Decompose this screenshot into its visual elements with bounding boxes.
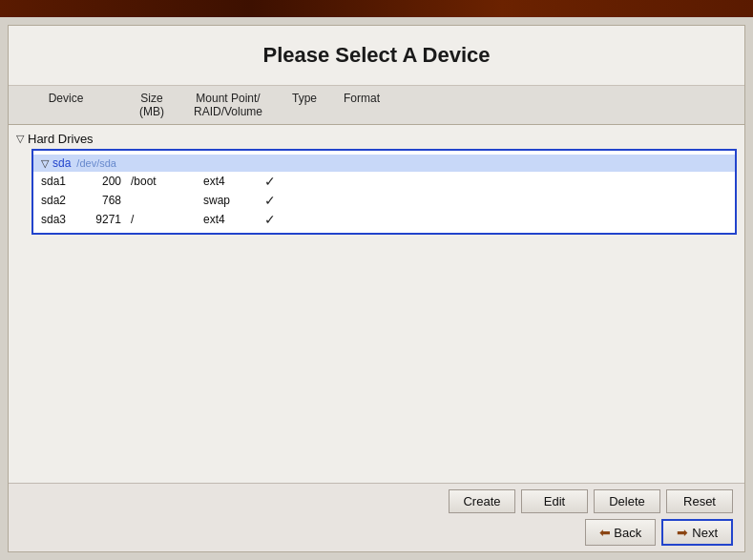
table-body: ▽ Hard Drives ▽ sda /dev/sda sda1 200 /b… [9,125,744,483]
sda-arrow-icon: ▽ [41,157,49,170]
partition-type-sda2: swap [203,194,251,207]
col-header-mount: Mount Point/RAID/Volume [180,90,276,120]
sda-dev: /dev/sda [76,157,116,169]
nav-buttons: ⬅ Back ➡ Next [20,519,733,546]
partition-format-sda3: ✓ [251,212,289,227]
sda-container: ▽ sda /dev/sda sda1 200 /boot ext4 ✓ sda… [31,149,737,235]
bottom-area: Create Edit Delete Reset ⬅ Back ➡ Next [9,483,744,551]
group-label: Hard Drives [28,132,94,146]
col-header-type: Type [276,90,333,120]
reset-button[interactable]: Reset [666,489,733,513]
partition-mount-sda3: / [127,213,203,226]
partition-size-sda2: 768 [89,194,127,207]
partition-format-sda1: ✓ [251,174,289,189]
action-buttons: Create Edit Delete Reset [20,489,733,513]
partition-type-sda3: ext4 [203,213,251,226]
create-button[interactable]: Create [449,489,515,513]
edit-button[interactable]: Edit [521,489,588,513]
sda-row[interactable]: ▽ sda /dev/sda [33,155,735,172]
next-label: Next [692,526,718,540]
next-button[interactable]: ➡ Next [661,519,733,546]
partition-row-sda2[interactable]: sda2 768 swap ✓ [33,191,735,210]
hard-drives-group[interactable]: ▽ Hard Drives [16,129,737,149]
partition-type-sda1: ext4 [203,175,251,188]
page-title: Please Select A Device [9,43,744,68]
top-bar [0,0,753,17]
partition-format-sda2: ✓ [251,193,289,208]
partition-name-sda2: sda2 [41,194,89,207]
group-arrow-icon: ▽ [16,133,24,145]
delete-button[interactable]: Delete [594,489,660,513]
partition-size-sda3: 9271 [89,213,127,226]
main-content: Please Select A Device Device Size(MB) M… [8,25,745,552]
title-area: Please Select A Device [9,26,744,86]
back-icon: ⬅ [599,525,611,540]
col-header-size: Size(MB) [123,90,180,120]
sda-name: sda [52,156,71,170]
partition-row-sda1[interactable]: sda1 200 /boot ext4 ✓ [33,172,735,191]
table-header: Device Size(MB) Mount Point/RAID/Volume … [9,86,744,125]
next-icon: ➡ [677,525,688,540]
partition-mount-sda1: /boot [127,175,203,188]
col-header-device: Device [9,90,123,120]
back-button[interactable]: ⬅ Back [585,519,657,546]
partition-size-sda1: 200 [89,175,127,188]
partition-row-sda3[interactable]: sda3 9271 / ext4 ✓ [33,210,735,229]
partition-name-sda3: sda3 [41,213,89,226]
back-label: Back [614,526,641,540]
col-header-format: Format [333,90,390,120]
partition-name-sda1: sda1 [41,175,89,188]
